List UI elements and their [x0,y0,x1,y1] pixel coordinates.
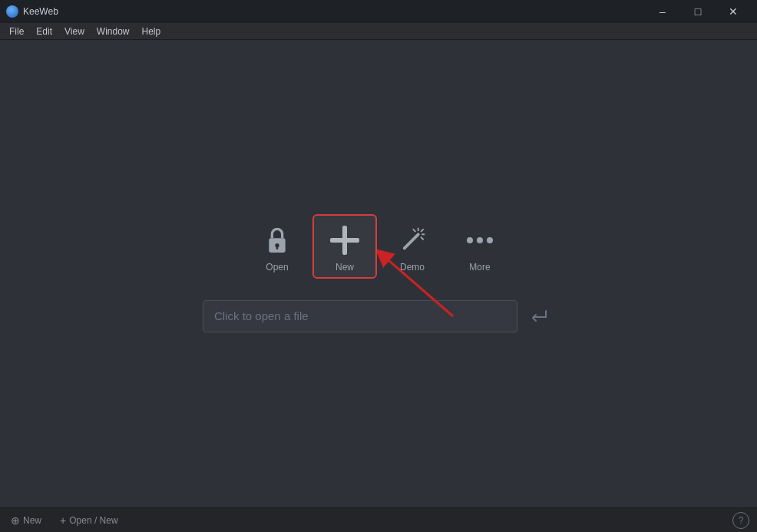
file-input-box[interactable]: Click to open a file [203,300,517,332]
app-icon [6,5,18,18]
close-button[interactable]: ✕ [716,0,751,23]
svg-line-10 [421,237,424,240]
bottom-open-new-label: Open / New [69,515,117,526]
more-button[interactable]: More [449,216,511,277]
file-input-placeholder: Click to open a file [214,309,309,322]
bottom-open-icon: + [60,514,66,527]
menu-file[interactable]: File [3,25,30,38]
plus-icon [328,223,362,257]
demo-label: Demo [400,262,425,273]
svg-rect-4 [276,245,279,249]
lock-icon [260,223,294,257]
menu-bar: File Edit View Window Help [0,23,757,40]
svg-line-9 [413,229,415,231]
bottom-new-button[interactable]: ⊕ New [8,513,45,528]
bottom-open-new-button[interactable]: + Open / New [57,513,121,528]
demo-button[interactable]: Demo [382,216,443,277]
action-row: Open New Demo [246,216,511,277]
maximize-button[interactable]: □ [680,0,716,23]
main-area: Open New Demo [0,40,757,507]
svg-line-5 [405,234,418,248]
wand-icon [395,223,429,257]
app-title: KeeWeb [23,6,58,17]
menu-window[interactable]: Window [91,25,136,38]
menu-edit[interactable]: Edit [30,25,58,38]
enter-button[interactable] [524,301,554,332]
bottom-new-icon: ⊕ [11,514,20,527]
help-button[interactable]: ? [732,512,749,529]
bottom-left: ⊕ New + Open / New [8,513,121,528]
open-label: Open [266,262,288,273]
menu-view[interactable]: View [58,25,91,38]
new-button[interactable]: New [314,216,375,277]
svg-line-8 [421,229,424,231]
menu-help[interactable]: Help [136,25,167,38]
help-label: ? [739,515,744,526]
title-controls: – □ ✕ [645,0,751,23]
minimize-button[interactable]: – [645,0,680,23]
bottom-bar: ⊕ New + Open / New ? [0,507,757,532]
more-dots-icon [463,223,497,257]
file-input-row: Click to open a file [203,300,554,332]
title-left: KeeWeb [6,5,58,18]
open-button[interactable]: Open [246,216,308,277]
title-bar: KeeWeb – □ ✕ [0,0,757,23]
bottom-new-label: New [23,515,41,526]
new-label: New [336,262,354,273]
more-label: More [469,262,490,273]
